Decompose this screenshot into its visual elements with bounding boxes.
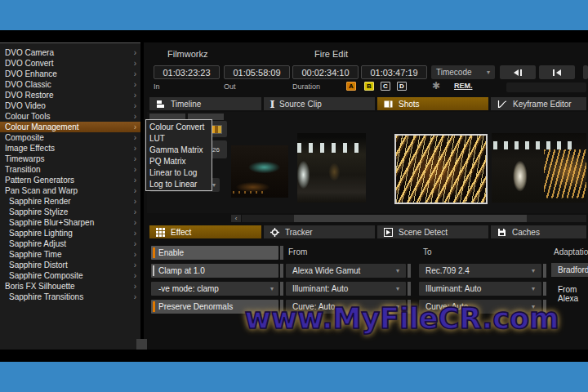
submenu-arrow-icon: › xyxy=(134,198,136,206)
enable-toggle[interactable]: Enable xyxy=(151,246,278,260)
submenu-arrow-icon: › xyxy=(134,187,136,195)
sidebar-item-colour-management[interactable]: Colour Management› xyxy=(0,122,140,132)
out-timecode-field[interactable]: 01:05:58:09 xyxy=(224,65,290,79)
submenu-arrow-icon: › xyxy=(134,70,136,78)
adaptation-column-label: Adaptation xyxy=(554,247,588,256)
sidebar-item-pattern-generators[interactable]: Pattern Generators› xyxy=(0,175,140,185)
star-icon[interactable]: ✱ xyxy=(432,80,440,91)
submenu-arrow-icon: › xyxy=(134,60,136,68)
submenu-arrow-icon: › xyxy=(134,272,136,280)
from-gamut-dropdown[interactable]: Alexa Wide Gamut ▾ xyxy=(286,264,406,278)
adaptation-direction-label: From Alexa xyxy=(558,285,588,303)
adaptation-method-dropdown[interactable]: Bradford xyxy=(551,263,588,277)
tab-tracker[interactable]: Tracker xyxy=(264,225,375,238)
sidebar-item-dvo-enhance[interactable]: DVO Enhance› xyxy=(0,69,140,79)
shot-thumbnail-2[interactable] xyxy=(297,133,366,203)
sidebar-item-sapphire-stylize[interactable]: Sapphire Stylize› xyxy=(0,207,140,217)
submenu-arrow-icon: › xyxy=(134,145,136,153)
negative-mode-dropdown[interactable]: -ve mode: clamp ▾ xyxy=(151,282,278,296)
sidebar-item-dvo-classic[interactable]: DVO Classic› xyxy=(0,79,140,90)
sidebar-item-image-effects[interactable]: Image Effects› xyxy=(0,143,140,154)
submenu-arrow-icon: › xyxy=(134,229,136,238)
submenu-arrow-icon: › xyxy=(134,166,136,174)
tracker-icon xyxy=(270,228,279,237)
marker-c-button[interactable]: C xyxy=(381,82,390,91)
timecode-mode-dropdown[interactable]: Timecode ▾ xyxy=(431,65,495,79)
param-grip[interactable] xyxy=(543,282,546,296)
sidebar-item-sapphire-transitions[interactable]: Sapphire Transitions› xyxy=(0,292,140,302)
preserve-denormals-indicator xyxy=(153,301,155,312)
shots-scrollbar-thumb[interactable] xyxy=(294,215,527,222)
sidebar-item-sapphire-adjust[interactable]: Sapphire Adjust› xyxy=(0,238,140,249)
step-back-frame-button[interactable] xyxy=(500,65,536,79)
next-transport-button-partial[interactable] xyxy=(583,65,588,79)
marker-b-button[interactable]: B xyxy=(364,82,374,91)
tab-source-clip[interactable]: ][ Source Clip xyxy=(264,97,375,110)
clamp-indicator xyxy=(153,265,154,276)
menu-item-pq-matrix[interactable]: PQ Matrix xyxy=(146,155,212,167)
sidebar-item-sapphire-composite[interactable]: Sapphire Composite› xyxy=(0,270,140,281)
chevron-down-icon: ▾ xyxy=(212,182,216,189)
param-grip[interactable] xyxy=(408,282,411,296)
menu-item-lut[interactable]: LUT xyxy=(146,132,212,144)
submenu-arrow-icon: › xyxy=(134,113,136,121)
sidebar-item-dvo-convert[interactable]: DVO Convert› xyxy=(0,58,140,69)
sidebar-item-sapphire-lighting[interactable]: Sapphire Lighting› xyxy=(0,228,140,238)
param-grip[interactable] xyxy=(408,264,411,278)
to-gamut-dropdown[interactable]: Rec.709 2.4 ▾ xyxy=(419,264,541,278)
effect-icon xyxy=(156,228,165,237)
chevron-down-icon: ▾ xyxy=(396,268,399,274)
marker-d-button[interactable]: D xyxy=(397,82,407,91)
sidebar-item-sapphire-distort[interactable]: Sapphire Distort› xyxy=(0,260,140,270)
param-grip[interactable] xyxy=(280,246,283,260)
previous-cut-button[interactable] xyxy=(539,65,575,79)
sidebar-item-sapphire-time[interactable]: Sapphire Time› xyxy=(0,249,140,260)
keyframe-editor-icon xyxy=(497,100,507,109)
sidebar-item-dvo-video[interactable]: DVO Video› xyxy=(0,100,140,111)
sidebar-item-sapphire-blur-sharpen[interactable]: Sapphire Blur+Sharpen› xyxy=(0,217,140,228)
in-timecode-field[interactable]: 01:03:23:23 xyxy=(154,65,220,79)
sidebar-item-boris-fx-silhouette[interactable]: Boris FX Silhouette› xyxy=(0,281,140,292)
sidebar-item-colour-tools[interactable]: Colour Tools› xyxy=(0,111,140,122)
submenu-arrow-icon: › xyxy=(134,81,136,89)
from-illuminant-dropdown[interactable]: Illuminant: Auto ▾ xyxy=(286,282,406,296)
tab-timeline[interactable]: Timeline xyxy=(149,97,261,110)
sidebar-item-sapphire-render[interactable]: Sapphire Render› xyxy=(0,196,140,207)
to-illuminant-dropdown[interactable]: Illuminant: Auto ▾ xyxy=(419,282,541,296)
submenu-arrow-icon: › xyxy=(134,155,136,163)
scroll-left-button[interactable]: ‹ xyxy=(231,215,241,222)
sidebar-scroll-thumb[interactable] xyxy=(136,339,147,350)
caches-icon xyxy=(497,228,506,237)
sidebar-item-transition[interactable]: Transition› xyxy=(0,164,140,175)
menu-item-linear-to-log[interactable]: Linear to Log xyxy=(146,167,212,178)
menu-item-colour-convert[interactable]: Colour Convert xyxy=(146,121,212,132)
tab-caches[interactable]: Caches xyxy=(491,225,586,238)
shot-thumbnail-3-selected[interactable] xyxy=(394,134,488,204)
tab-keyframe-editor[interactable]: Keyframe Editor xyxy=(491,97,586,110)
bottom-blue-border xyxy=(0,362,588,392)
sidebar-item-pan-scan-and-warp[interactable]: Pan Scan and Warp› xyxy=(0,185,140,196)
menu-item-log-to-linear[interactable]: Log to Linear xyxy=(146,178,212,189)
rem-button[interactable]: REM. xyxy=(454,82,473,90)
sidebar-item-dvo-camera[interactable]: DVO Camera› xyxy=(0,47,140,58)
clamp-toggle[interactable]: Clamp at 1.0 xyxy=(151,264,278,278)
tab-shots[interactable]: Shots xyxy=(377,97,488,110)
duration-timecode-field[interactable]: 00:02:34:10 xyxy=(292,65,359,79)
position-timecode-field[interactable]: 01:03:47:19 xyxy=(361,65,427,79)
sidebar-item-composite[interactable]: Composite› xyxy=(0,132,140,143)
sidebar-item-timewarps[interactable]: Timewarps› xyxy=(0,154,140,164)
menu-item-gamma-matrix[interactable]: Gamma Matrix xyxy=(146,144,212,155)
sidebar-item-dvo-restore[interactable]: DVO Restore› xyxy=(0,90,140,100)
shot-thumbnail-4[interactable] xyxy=(492,133,586,203)
tab-effect[interactable]: Effect xyxy=(149,225,261,238)
shot-thumbnail-1[interactable] xyxy=(231,145,288,198)
param-grip[interactable] xyxy=(280,264,283,278)
param-grip[interactable] xyxy=(280,282,283,296)
step-back-icon xyxy=(514,69,519,76)
chevron-down-icon: ▾ xyxy=(396,286,399,292)
tab-scene-detect[interactable]: Scene Detect xyxy=(377,225,488,238)
marker-a-button[interactable]: A xyxy=(346,82,356,91)
submenu-arrow-icon: › xyxy=(134,102,136,110)
submenu-arrow-icon: › xyxy=(134,219,136,227)
param-grip[interactable] xyxy=(543,264,546,278)
